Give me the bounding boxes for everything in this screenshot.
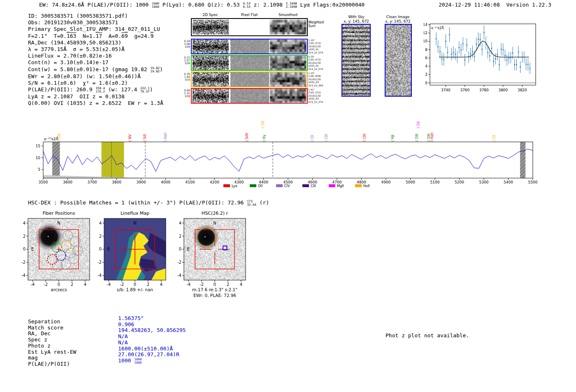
spec2d-row (191, 55, 308, 71)
rect-el (522, 57, 523, 58)
text-el: 12 (424, 31, 427, 35)
weighted-smoothed-image (270, 20, 306, 35)
text-el: 0 (425, 81, 427, 85)
rect-el (223, 184, 230, 187)
text-el: ( CIII (325, 134, 328, 141)
text-el: m:17.6 re:1.3" s:2.1" (192, 287, 237, 292)
with-sky-title-text: With Sky (336, 15, 377, 19)
div-el: 314_LU_074 (308, 67, 323, 70)
span-el: 10001000 (152, 2, 159, 9)
text-el: E (31, 247, 34, 251)
text-el: 4100 (186, 180, 195, 184)
span-el: 0.530.53 (243, 2, 251, 9)
text-el: ( OII (417, 121, 420, 128)
div-el: Cont(w) = 5.80(±0.01)e-17 (gmag 19.82 19… (28, 66, 163, 73)
text-el: e⁻¹⁷x2Å (431, 26, 444, 30)
text-el: ( HeII (164, 133, 167, 141)
rect-el (499, 64, 500, 65)
text-el: N (213, 221, 216, 225)
rect-el (518, 51, 519, 53)
text-el: -4 (177, 273, 181, 278)
rect-el (436, 38, 437, 39)
spec2d-strip-image (230, 89, 269, 103)
text-el: ( Hγ (262, 135, 266, 141)
rect-el (474, 56, 475, 57)
text-el: -2 (120, 282, 124, 287)
span-el: 358.4176.2 (95, 87, 105, 93)
rect-el (524, 57, 525, 58)
div-el: P(LAE)/P(OII): 260.9 358.4176.2 (w: 127.… (28, 86, 163, 93)
clean-image-title: Clean Image x, y: 145, 672 (377, 15, 418, 24)
div-el: 0.53 (243, 5, 251, 9)
spec2d-strip-image (270, 56, 306, 70)
detection-info-block: ID: 3005383571 (3005383571.pdf)Obs: 2019… (28, 13, 163, 107)
match-row-label: RA, Dec (28, 330, 51, 336)
text-el: E (187, 247, 190, 251)
text-el: 3900 (137, 180, 146, 184)
full-spectrum-plot: 3500360037003800390040004100420043004400… (35, 113, 541, 192)
spec2d-strip-image (193, 56, 229, 70)
text-el: 0 (179, 247, 181, 251)
rect-el (504, 55, 506, 56)
match-row-value: 1.56375" (118, 315, 144, 321)
clean-image-panel (385, 24, 412, 97)
rect-el (480, 39, 481, 40)
match-row-label: Separation (28, 318, 60, 325)
div-el: 19.82 (150, 70, 160, 73)
hsc-cutout-title: HSC(26.2) r (184, 211, 246, 216)
rect-el (276, 184, 283, 187)
lineflux-map-overlay: NE-4-4-2-2002244s/b: 1.89 +/- nan (96, 217, 178, 302)
rect-el (514, 64, 515, 65)
spec2d-strip-image (270, 72, 306, 86)
text-el: ( Hβ (391, 135, 395, 141)
rect-el (451, 53, 452, 55)
rect-el (457, 57, 458, 58)
match-row-value: 1600.00(±510.00)Å (118, 346, 173, 352)
text-el: 2 (99, 234, 102, 239)
text-el: 5200 (455, 180, 464, 184)
text-el: 4600 (308, 180, 317, 184)
span-el: 17332.64 (247, 200, 256, 206)
text-el: 0 (134, 282, 136, 287)
text-el: -4 (107, 282, 111, 287)
text-el: EWr: 0, PLAE: 72.96 (193, 293, 236, 298)
text-el: MgII (337, 184, 344, 188)
text-el: 5100 (430, 180, 440, 184)
div-el: 039 (179, 46, 190, 49)
spec2d-row-left-labels: 0.242.06039 (179, 40, 190, 49)
rect-el (184, 218, 246, 280)
text-el: -4 (21, 273, 26, 278)
div-el: 20191230 (308, 45, 323, 48)
text-el: N (133, 221, 136, 225)
text-el: 2 (71, 282, 73, 287)
header-summary-line: EW: 74.8±24.6Å P(LAE)/P(OII): 1000 10001… (39, 2, 365, 9)
rect-el (497, 54, 498, 55)
rect-el (439, 51, 441, 52)
rect-el (478, 39, 479, 40)
text-el: ( CIII (261, 121, 265, 128)
div-el: (145, 672) (308, 42, 323, 44)
col-title-smoothed: Smoothed (268, 13, 308, 17)
spec2d-strip-image (230, 56, 269, 70)
text-el: E (107, 247, 110, 251)
spec2d-strip-image (270, 39, 306, 53)
div-el: 314_LU_074 (308, 100, 323, 103)
spec2d-weighted-row (191, 18, 308, 36)
rect-el (470, 53, 471, 54)
text-el: 10 (36, 156, 41, 160)
with-sky-panel (341, 24, 371, 97)
text-el: 4 (99, 221, 102, 225)
text-el: ( CII (311, 135, 314, 141)
span-el: 2.10982.1098 (286, 2, 297, 9)
div-el: Cont(n) = 3.10(±0.14)e-17 (28, 59, 163, 66)
span-el: 69 (121, 33, 128, 39)
div-el: (145, 672) (308, 58, 323, 61)
span-el: 10001000 (134, 358, 142, 364)
hsc-dex-match-line: HSC-DEX : Possible Matches = 1 (within +… (28, 199, 269, 206)
match-row-value: 0.906 (118, 321, 134, 327)
div-el: 314_LU_094 (308, 84, 323, 87)
text-el: 4 (240, 282, 242, 287)
text-el: 4400 (259, 180, 268, 184)
rect-el (465, 60, 466, 61)
div-el: (146, 858) (308, 74, 323, 77)
